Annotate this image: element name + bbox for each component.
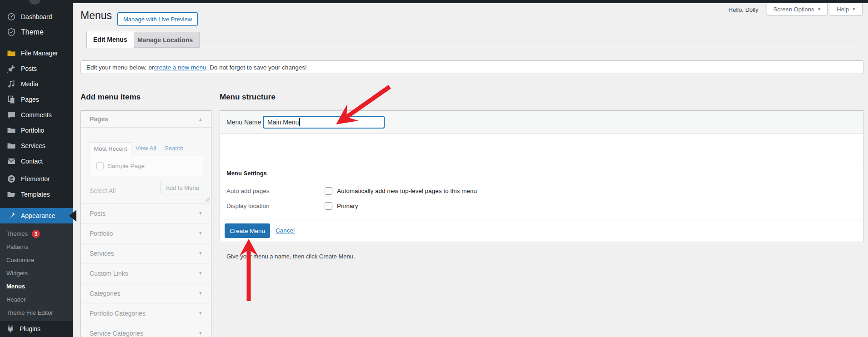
accordion-section-label: Service Categories — [90, 330, 143, 337]
sample-page-checkbox[interactable] — [96, 162, 104, 169]
accordion-section[interactable]: Custom Links ▼ — [81, 263, 211, 283]
sidebar-item-label: Services — [21, 142, 45, 149]
screen-options-button[interactable]: Screen Options ▼ — [767, 3, 828, 16]
tab-search[interactable]: Search — [165, 142, 183, 154]
resize-handle[interactable] — [203, 195, 210, 202]
primary-location-checkbox[interactable] — [325, 202, 332, 210]
sidebar-item-label: Pages — [21, 96, 39, 103]
count-badge: 3 — [32, 230, 40, 238]
accordion-section-label: Portfolio Categories — [90, 310, 146, 317]
chevron-down-icon: ▼ — [198, 211, 203, 216]
accordion-section-label: Posts — [90, 210, 105, 217]
screen-options-label: Screen Options — [773, 6, 814, 13]
appearance-submenu: Themes 3 Patterns Customize Widgets Menu… — [0, 223, 73, 321]
accordion-section[interactable]: Portfolio ▼ — [81, 223, 211, 243]
sidebar-item[interactable]: Comments — [0, 107, 73, 123]
menu-name-input[interactable]: Main Menu — [263, 116, 385, 129]
sidebar-item-icon — [7, 174, 16, 183]
sidebar-item-icon — [7, 110, 16, 119]
sidebar-item-label: Appearance — [21, 212, 55, 219]
cancel-link[interactable]: Cancel — [276, 227, 295, 234]
submenu-item[interactable]: Widgets — [0, 267, 73, 280]
submenu-item[interactable]: Header — [0, 293, 73, 306]
chevron-down-icon: ▼ — [198, 251, 203, 256]
sidebar-item[interactable]: Portfolio — [0, 123, 73, 138]
auto-add-pages-checkbox[interactable] — [325, 187, 332, 195]
accordion-section-pages[interactable]: Pages ▲ — [81, 111, 211, 128]
sidebar-item[interactable]: Theme — [0, 25, 73, 40]
user-greeting-link[interactable]: Hello, Dolly — [728, 6, 758, 13]
submenu-item[interactable]: Customize — [0, 253, 73, 267]
accordion-section[interactable]: Service Categories ▼ — [81, 323, 211, 337]
sidebar-item-label: Templates — [21, 191, 50, 198]
sidebar-item[interactable]: Media — [0, 76, 73, 92]
accordion-section[interactable]: Posts ▼ — [81, 203, 211, 223]
add-to-menu-button[interactable]: Add to Menu — [161, 181, 204, 194]
sidebar-item[interactable]: Posts — [0, 61, 73, 76]
screen-meta-links: Hello, Dolly Screen Options ▼ Help ▼ — [728, 3, 863, 16]
accordion-section-label: Portfolio — [90, 230, 113, 237]
accordion-section[interactable]: Categories ▼ — [81, 283, 211, 303]
create-new-menu-link[interactable]: create a new menu — [154, 64, 206, 71]
submenu-item-label: Themes — [6, 230, 28, 237]
sidebar-item-label: Portfolio — [21, 127, 44, 134]
text-caret — [299, 118, 300, 126]
sidebar-item[interactable]: Templates — [0, 187, 73, 202]
paintbrush-icon — [7, 211, 16, 220]
sidebar-item[interactable]: Services — [0, 138, 73, 154]
sidebar-item-label: Plugins — [20, 325, 40, 332]
sidebar-item-appearance[interactable]: Appearance — [0, 208, 73, 223]
sidebar-item-label: Contact — [21, 158, 43, 165]
accordion-section[interactable]: Services ▼ — [81, 243, 211, 263]
tab-edit-menus[interactable]: Edit Menus — [86, 31, 134, 48]
sidebar-item-icon — [7, 79, 16, 89]
sidebar-item-label: File Manager — [21, 50, 58, 57]
notice-banner: Edit your menu below, or create a new me… — [80, 60, 863, 74]
sidebar-item[interactable]: Contact — [0, 154, 73, 169]
admin-sidebar: Dashboard Theme File Manager Posts Media… — [0, 0, 73, 337]
menu-structure-heading: Menu structure — [220, 93, 276, 102]
accordion-section[interactable]: Portfolio Categories ▼ — [81, 303, 211, 323]
accordion-section-label: Custom Links — [90, 270, 128, 277]
menu-name-label: Menu Name — [226, 119, 263, 126]
select-all-link[interactable]: Select All — [90, 187, 116, 194]
display-location-label: Display location — [226, 203, 325, 209]
sidebar-item[interactable]: Dashboard — [0, 9, 73, 25]
panel-footer: Create Menu Cancel — [220, 219, 863, 242]
tab-view-all[interactable]: View All — [135, 142, 156, 154]
add-menu-items-heading: Add menu items — [80, 93, 140, 102]
sidebar-item-icon — [7, 190, 16, 199]
chevron-down-icon: ▼ — [198, 331, 203, 336]
sidebar-item-icon — [7, 95, 16, 104]
sidebar-item[interactable]: Elementor — [0, 171, 73, 187]
chevron-down-icon: ▼ — [198, 271, 203, 276]
submenu-item[interactable]: Menus — [0, 280, 73, 293]
sidebar-menu: Dashboard Theme File Manager Posts Media… — [0, 0, 73, 202]
submenu-item[interactable]: Patterns — [0, 240, 73, 253]
most-recent-pages-list: Sample Page — [90, 154, 203, 177]
manage-live-preview-button[interactable]: Manage with Live Preview — [117, 12, 198, 26]
accordion-section-label: Services — [90, 250, 114, 257]
sidebar-item-label: Dashboard — [21, 13, 52, 20]
help-button[interactable]: Help ▼ — [830, 3, 863, 16]
pages-panel-body: Most Recent View All Search Sample Page … — [81, 128, 211, 203]
tab-manage-locations[interactable]: Manage Locations — [130, 32, 200, 48]
helper-text: Give your menu a name, then click Create… — [226, 253, 355, 260]
submenu-item-label: Customize — [6, 257, 34, 263]
sidebar-item-icon — [7, 126, 16, 135]
menu-structure-panel: Menu Name Main Menu Give your menu a nam… — [220, 110, 863, 242]
primary-location-checkbox-label: Primary — [337, 203, 358, 209]
list-item: Sample Page — [96, 162, 145, 169]
submenu-item[interactable]: Theme File Editor — [0, 306, 73, 319]
accordion-section-label: Categories — [90, 290, 120, 297]
create-menu-button[interactable]: Create Menu — [225, 223, 270, 238]
tab-most-recent[interactable]: Most Recent — [90, 142, 131, 154]
submenu-item[interactable]: Themes 3 — [0, 227, 73, 240]
help-label: Help — [837, 6, 849, 13]
menu-settings-heading: Menu Settings — [226, 170, 267, 177]
sidebar-item[interactable]: Pages — [0, 92, 73, 107]
admin-bar-strip — [0, 0, 868, 3]
sidebar-item[interactable]: File Manager — [0, 45, 73, 61]
sidebar-item-icon — [7, 141, 16, 150]
sidebar-item-plugins[interactable]: Plugins — [0, 321, 73, 337]
